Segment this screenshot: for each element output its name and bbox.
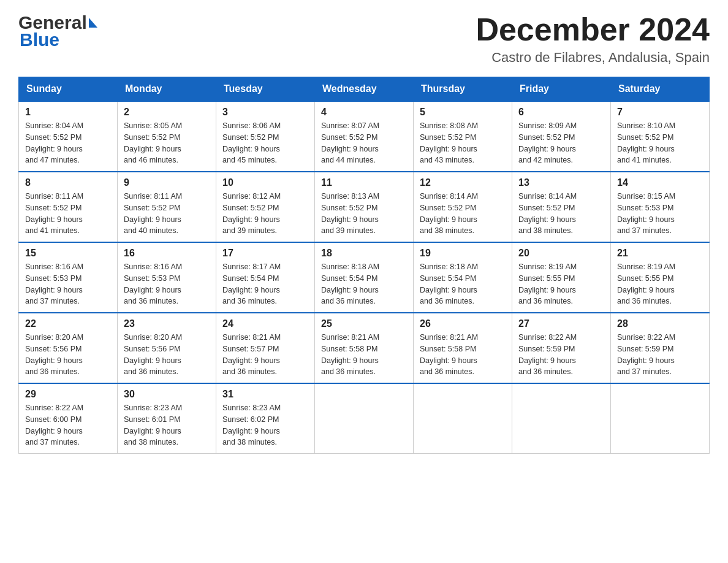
day-info: Sunrise: 8:15 AMSunset: 5:53 PMDaylight:… xyxy=(617,191,703,237)
column-header-tuesday: Tuesday xyxy=(216,77,315,102)
logo: General Blue xyxy=(18,12,97,50)
column-header-sunday: Sunday xyxy=(19,77,118,102)
day-number: 14 xyxy=(617,177,703,188)
calendar-header-row: SundayMondayTuesdayWednesdayThursdayFrid… xyxy=(19,77,710,102)
week-row-4: 22Sunrise: 8:20 AMSunset: 5:56 PMDayligh… xyxy=(19,313,710,383)
day-number: 29 xyxy=(25,389,111,400)
day-number: 25 xyxy=(321,318,407,329)
day-cell xyxy=(414,383,512,454)
column-header-monday: Monday xyxy=(118,77,216,102)
day-info: Sunrise: 8:19 AMSunset: 5:55 PMDaylight:… xyxy=(617,261,703,307)
day-cell: 6Sunrise: 8:09 AMSunset: 5:52 PMDaylight… xyxy=(512,101,611,172)
day-info: Sunrise: 8:16 AMSunset: 5:53 PMDaylight:… xyxy=(124,261,210,307)
day-cell: 23Sunrise: 8:20 AMSunset: 5:56 PMDayligh… xyxy=(118,313,216,383)
day-cell: 21Sunrise: 8:19 AMSunset: 5:55 PMDayligh… xyxy=(611,242,710,313)
column-header-friday: Friday xyxy=(512,77,611,102)
day-number: 10 xyxy=(222,177,308,188)
day-number: 7 xyxy=(617,107,703,118)
column-header-thursday: Thursday xyxy=(414,77,512,102)
day-cell: 29Sunrise: 8:22 AMSunset: 6:00 PMDayligh… xyxy=(19,383,118,454)
day-number: 5 xyxy=(420,107,506,118)
day-info: Sunrise: 8:09 AMSunset: 5:52 PMDaylight:… xyxy=(518,120,604,166)
day-number: 20 xyxy=(518,248,604,259)
day-number: 17 xyxy=(222,248,308,259)
day-number: 15 xyxy=(25,248,111,259)
day-cell: 20Sunrise: 8:19 AMSunset: 5:55 PMDayligh… xyxy=(512,242,611,313)
day-number: 24 xyxy=(222,318,308,329)
day-cell xyxy=(512,383,611,454)
day-cell: 18Sunrise: 8:18 AMSunset: 5:54 PMDayligh… xyxy=(315,242,414,313)
day-cell: 7Sunrise: 8:10 AMSunset: 5:52 PMDaylight… xyxy=(611,101,710,172)
day-number: 27 xyxy=(518,318,604,329)
day-number: 11 xyxy=(321,177,407,188)
day-cell: 13Sunrise: 8:14 AMSunset: 5:52 PMDayligh… xyxy=(512,172,611,242)
day-info: Sunrise: 8:21 AMSunset: 5:58 PMDaylight:… xyxy=(420,332,506,378)
day-number: 1 xyxy=(25,107,111,118)
week-row-2: 8Sunrise: 8:11 AMSunset: 5:52 PMDaylight… xyxy=(19,172,710,242)
day-info: Sunrise: 8:21 AMSunset: 5:57 PMDaylight:… xyxy=(222,332,308,378)
day-cell xyxy=(611,383,710,454)
day-number: 2 xyxy=(124,107,210,118)
title-area: December 2024 Castro de Filabres, Andalu… xyxy=(476,12,710,66)
day-cell: 5Sunrise: 8:08 AMSunset: 5:52 PMDaylight… xyxy=(414,101,512,172)
day-number: 22 xyxy=(25,318,111,329)
day-info: Sunrise: 8:21 AMSunset: 5:58 PMDaylight:… xyxy=(321,332,407,378)
page-title: December 2024 xyxy=(476,12,710,47)
day-cell: 17Sunrise: 8:17 AMSunset: 5:54 PMDayligh… xyxy=(216,242,315,313)
day-number: 8 xyxy=(25,177,111,188)
day-cell: 26Sunrise: 8:21 AMSunset: 5:58 PMDayligh… xyxy=(414,313,512,383)
day-number: 6 xyxy=(518,107,604,118)
day-cell: 25Sunrise: 8:21 AMSunset: 5:58 PMDayligh… xyxy=(315,313,414,383)
calendar-table: SundayMondayTuesdayWednesdayThursdayFrid… xyxy=(18,77,710,454)
day-cell: 22Sunrise: 8:20 AMSunset: 5:56 PMDayligh… xyxy=(19,313,118,383)
day-info: Sunrise: 8:19 AMSunset: 5:55 PMDaylight:… xyxy=(518,261,604,307)
day-number: 23 xyxy=(124,318,210,329)
day-cell: 10Sunrise: 8:12 AMSunset: 5:52 PMDayligh… xyxy=(216,172,315,242)
day-cell: 14Sunrise: 8:15 AMSunset: 5:53 PMDayligh… xyxy=(611,172,710,242)
day-cell: 1Sunrise: 8:04 AMSunset: 5:52 PMDaylight… xyxy=(19,101,118,172)
week-row-1: 1Sunrise: 8:04 AMSunset: 5:52 PMDaylight… xyxy=(19,101,710,172)
day-info: Sunrise: 8:12 AMSunset: 5:52 PMDaylight:… xyxy=(222,191,308,237)
day-info: Sunrise: 8:06 AMSunset: 5:52 PMDaylight:… xyxy=(222,120,308,166)
week-row-5: 29Sunrise: 8:22 AMSunset: 6:00 PMDayligh… xyxy=(19,383,710,454)
day-number: 28 xyxy=(617,318,703,329)
day-info: Sunrise: 8:07 AMSunset: 5:52 PMDaylight:… xyxy=(321,120,407,166)
day-info: Sunrise: 8:14 AMSunset: 5:52 PMDaylight:… xyxy=(420,191,506,237)
day-info: Sunrise: 8:22 AMSunset: 6:00 PMDaylight:… xyxy=(25,402,111,448)
day-cell: 3Sunrise: 8:06 AMSunset: 5:52 PMDaylight… xyxy=(216,101,315,172)
day-number: 13 xyxy=(518,177,604,188)
location-subtitle: Castro de Filabres, Andalusia, Spain xyxy=(476,50,710,66)
day-cell: 31Sunrise: 8:23 AMSunset: 6:02 PMDayligh… xyxy=(216,383,315,454)
day-cell: 16Sunrise: 8:16 AMSunset: 5:53 PMDayligh… xyxy=(118,242,216,313)
day-cell: 19Sunrise: 8:18 AMSunset: 5:54 PMDayligh… xyxy=(414,242,512,313)
day-number: 16 xyxy=(124,248,210,259)
day-cell: 24Sunrise: 8:21 AMSunset: 5:57 PMDayligh… xyxy=(216,313,315,383)
day-cell: 15Sunrise: 8:16 AMSunset: 5:53 PMDayligh… xyxy=(19,242,118,313)
day-number: 18 xyxy=(321,248,407,259)
day-number: 3 xyxy=(222,107,308,118)
day-info: Sunrise: 8:08 AMSunset: 5:52 PMDaylight:… xyxy=(420,120,506,166)
day-info: Sunrise: 8:18 AMSunset: 5:54 PMDaylight:… xyxy=(420,261,506,307)
day-info: Sunrise: 8:13 AMSunset: 5:52 PMDaylight:… xyxy=(321,191,407,237)
day-info: Sunrise: 8:11 AMSunset: 5:52 PMDaylight:… xyxy=(124,191,210,237)
day-number: 21 xyxy=(617,248,703,259)
day-info: Sunrise: 8:22 AMSunset: 5:59 PMDaylight:… xyxy=(617,332,703,378)
day-number: 30 xyxy=(124,389,210,400)
day-info: Sunrise: 8:14 AMSunset: 5:52 PMDaylight:… xyxy=(518,191,604,237)
day-number: 12 xyxy=(420,177,506,188)
day-info: Sunrise: 8:22 AMSunset: 5:59 PMDaylight:… xyxy=(518,332,604,378)
logo-arrow-icon xyxy=(89,18,97,28)
day-info: Sunrise: 8:20 AMSunset: 5:56 PMDaylight:… xyxy=(25,332,111,378)
day-cell xyxy=(315,383,414,454)
day-info: Sunrise: 8:17 AMSunset: 5:54 PMDaylight:… xyxy=(222,261,308,307)
day-info: Sunrise: 8:23 AMSunset: 6:01 PMDaylight:… xyxy=(124,402,210,448)
column-header-saturday: Saturday xyxy=(611,77,710,102)
logo-blue-text: Blue xyxy=(18,29,97,50)
day-info: Sunrise: 8:23 AMSunset: 6:02 PMDaylight:… xyxy=(222,402,308,448)
day-cell: 30Sunrise: 8:23 AMSunset: 6:01 PMDayligh… xyxy=(118,383,216,454)
day-number: 26 xyxy=(420,318,506,329)
week-row-3: 15Sunrise: 8:16 AMSunset: 5:53 PMDayligh… xyxy=(19,242,710,313)
day-info: Sunrise: 8:04 AMSunset: 5:52 PMDaylight:… xyxy=(25,120,111,166)
day-cell: 2Sunrise: 8:05 AMSunset: 5:52 PMDaylight… xyxy=(118,101,216,172)
page-header: General Blue December 2024 Castro de Fil… xyxy=(18,12,710,66)
